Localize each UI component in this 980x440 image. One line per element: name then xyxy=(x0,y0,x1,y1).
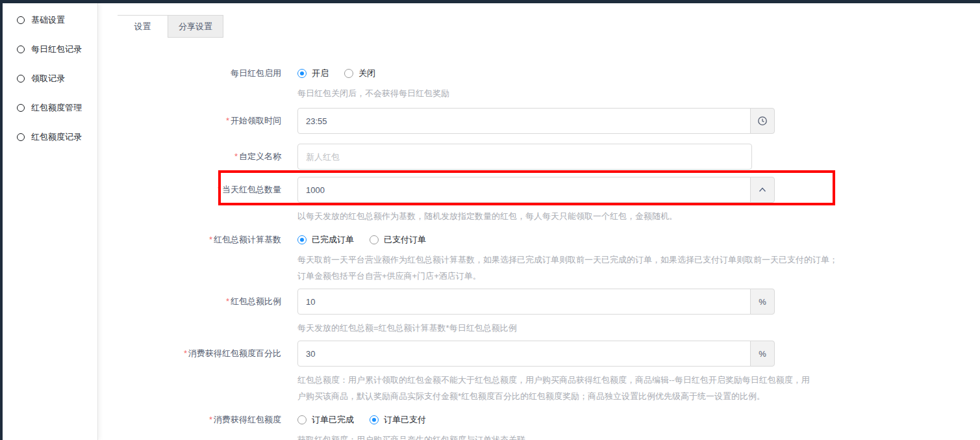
field-control: 订单已完成订单已支付获取红包额度：用户购买商品产生的红包额度与订单状态关联 xyxy=(297,413,980,440)
quota-percent-input[interactable] xyxy=(297,341,751,367)
form-row-total-base: *红包总额计算基数已完成订单已支付订单每天取前一天平台营业额作为红包总额计算基数… xyxy=(118,233,980,284)
form-row-total-ratio: *红包总额比例%每天发放的红包总额=红包总额计算基数*每日红包总额比例 xyxy=(118,289,980,336)
required-asterisk: * xyxy=(226,296,229,306)
field-label-text: 红包总额计算基数 xyxy=(214,235,281,244)
form-row-daily-enable: 每日红包启用开启关闭每日红包关闭后，不会获得每日红包奖励 xyxy=(118,67,980,101)
time-picker-button[interactable] xyxy=(750,108,775,134)
circle-icon xyxy=(17,133,25,141)
help-text-line: 获取红包额度：用户购买商品产生的红包额度与订单状态关联 xyxy=(297,432,980,440)
help-text-line: 每天发放的红包总额=红包总额计算基数*每日红包总额比例 xyxy=(297,320,980,336)
form-row-quota-percent: *消费获得红包额度百分比%红包总额度：用户累计领取的红包金额不能大于红包总额度，… xyxy=(118,341,980,404)
radio-icon xyxy=(370,235,379,244)
field-label-text: 当天红包总数量 xyxy=(222,185,281,194)
help-text-line: 每日红包关闭后，不会获得每日红包奖励 xyxy=(297,85,980,101)
app-layout: 基础设置每日红包记录领取记录红包额度管理红包额度记录 设置分享设置 每日红包启用… xyxy=(0,3,980,440)
required-asterisk: * xyxy=(184,348,187,358)
help-text: 以每天发放的红包总额作为基数，随机发放指定数量的红包，每人每天只能领取一个红包，… xyxy=(297,208,980,224)
field-label: *红包总额计算基数 xyxy=(118,233,297,284)
radio-option-total-base-1[interactable]: 已支付订单 xyxy=(370,234,426,246)
sidebar-item-redpacket-quota-management[interactable]: 红包额度管理 xyxy=(3,93,97,122)
radio-option-daily-enable-0[interactable]: 开启 xyxy=(297,68,329,79)
required-asterisk: * xyxy=(226,116,229,125)
help-text: 每日红包关闭后，不会获得每日红包奖励 xyxy=(297,85,980,101)
percent-suffix: % xyxy=(750,341,775,367)
sidebar-item-claim-records[interactable]: 领取记录 xyxy=(3,64,97,93)
field-label: *消费获得红包额度百分比 xyxy=(118,341,297,404)
field-control xyxy=(297,144,980,170)
radio-option-quota-status-1[interactable]: 订单已支付 xyxy=(370,414,426,426)
radio-option-quota-status-0[interactable]: 订单已完成 xyxy=(297,414,354,426)
radio-icon xyxy=(297,235,307,244)
field-label: *开始领取时间 xyxy=(118,108,297,134)
tab-bar: 设置分享设置 xyxy=(118,15,223,38)
radio-icon xyxy=(344,69,353,78)
clock-icon xyxy=(757,116,768,126)
quota-status-radio-group: 订单已完成订单已支付 xyxy=(297,413,980,426)
radio-label: 订单已支付 xyxy=(384,414,426,426)
start-time-input[interactable] xyxy=(297,108,751,134)
radio-option-daily-enable-1[interactable]: 关闭 xyxy=(344,68,375,79)
radio-label: 订单已完成 xyxy=(312,414,354,426)
sidebar-item-label: 领取记录 xyxy=(31,73,65,84)
main-content: 设置分享设置 每日红包启用开启关闭每日红包关闭后，不会获得每日红包奖励*开始领取… xyxy=(98,3,980,440)
tab-share-settings[interactable]: 分享设置 xyxy=(168,16,223,38)
field-label-text: 红包总额比例 xyxy=(231,296,281,306)
radio-option-total-base-0[interactable]: 已完成订单 xyxy=(297,234,354,246)
sidebar: 基础设置每日红包记录领取记录红包额度管理红包额度记录 xyxy=(3,3,98,440)
sidebar-item-daily-redpacket-records[interactable]: 每日红包记录 xyxy=(3,34,97,64)
field-label: *消费获得红包额度 xyxy=(118,413,297,440)
daily-count-input[interactable] xyxy=(297,177,751,203)
sidebar-item-redpacket-quota-records[interactable]: 红包额度记录 xyxy=(3,122,97,151)
sidebar-item-label: 红包额度管理 xyxy=(31,102,82,114)
form-row-start-time: *开始领取时间 xyxy=(118,108,980,134)
field-label-text: 开始领取时间 xyxy=(231,116,281,125)
help-text-line: 每天取前一天平台营业额作为红包总额计算基数，如果选择已完成订单则取前一天已完成的… xyxy=(297,252,980,268)
help-text-line: 户购买该商品，默认奖励商品实际支付金额*红包额度百分比的红包额度奖励；商品独立设… xyxy=(297,388,980,404)
field-label: *红包总额比例 xyxy=(118,289,297,336)
circle-icon xyxy=(17,104,25,112)
custom-name-input-group xyxy=(297,144,980,170)
required-asterisk: * xyxy=(209,415,212,424)
sidebar-item-label: 每日红包记录 xyxy=(31,44,82,55)
tab-settings[interactable]: 设置 xyxy=(118,16,168,38)
help-text: 每天取前一天平台营业额作为红包总额计算基数，如果选择已完成订单则取前一天已完成的… xyxy=(297,252,980,284)
radio-icon xyxy=(297,69,307,78)
sidebar-item-label: 红包额度记录 xyxy=(31,131,82,143)
radio-label: 关闭 xyxy=(358,68,375,79)
field-label-text: 消费获得红包额度 xyxy=(214,415,281,424)
total-ratio-input[interactable] xyxy=(297,289,751,315)
radio-label: 已完成订单 xyxy=(312,234,354,246)
field-label-text: 消费获得红包额度百分比 xyxy=(188,348,281,358)
radio-icon xyxy=(370,415,379,424)
circle-icon xyxy=(17,16,25,24)
sidebar-item-label: 基础设置 xyxy=(31,14,65,26)
required-asterisk: * xyxy=(218,185,221,194)
field-control xyxy=(297,108,980,134)
stepper-up-button[interactable] xyxy=(750,177,775,203)
help-text-line: 以每天发放的红包总额作为基数，随机发放指定数量的红包，每人每天只能领取一个红包，… xyxy=(297,208,980,224)
help-text: 获取红包额度：用户购买商品产生的红包额度与订单状态关联 xyxy=(297,432,980,440)
percent-suffix: % xyxy=(750,289,775,315)
form-row-daily-count: *当天红包总数量以每天发放的红包总额作为基数，随机发放指定数量的红包，每人每天只… xyxy=(118,177,980,224)
help-text: 每天发放的红包总额=红包总额计算基数*每日红包总额比例 xyxy=(297,320,980,336)
form-row-custom-name: *自定义名称 xyxy=(118,144,980,170)
sidebar-item-basic-settings[interactable]: 基础设置 xyxy=(3,5,97,34)
circle-icon xyxy=(17,75,25,83)
custom-name-input[interactable] xyxy=(297,144,752,170)
arrow-up-icon xyxy=(757,185,768,195)
field-label: *当天红包总数量 xyxy=(118,177,297,224)
settings-form: 每日红包启用开启关闭每日红包关闭后，不会获得每日红包奖励*开始领取时间*自定义名… xyxy=(118,67,980,440)
field-label: *自定义名称 xyxy=(118,144,297,170)
start-time-input-group xyxy=(297,108,980,134)
radio-label: 开启 xyxy=(312,68,329,79)
circle-icon xyxy=(17,45,25,53)
field-control: 以每天发放的红包总额作为基数，随机发放指定数量的红包，每人每天只能领取一个红包，… xyxy=(297,177,980,224)
field-label-text: 每日红包启用 xyxy=(231,68,281,78)
field-label-text: 自定义名称 xyxy=(239,151,281,161)
radio-label: 已支付订单 xyxy=(384,234,426,246)
daily-enable-radio-group: 开启关闭 xyxy=(297,67,980,80)
help-text: 红包总额度：用户累计领取的红包金额不能大于红包总额度，用户购买商品获得红包额度，… xyxy=(297,372,980,404)
quota-percent-input-group: % xyxy=(297,341,980,367)
form-row-quota-status: *消费获得红包额度订单已完成订单已支付获取红包额度：用户购买商品产生的红包额度与… xyxy=(118,413,980,440)
total-ratio-input-group: % xyxy=(297,289,980,315)
